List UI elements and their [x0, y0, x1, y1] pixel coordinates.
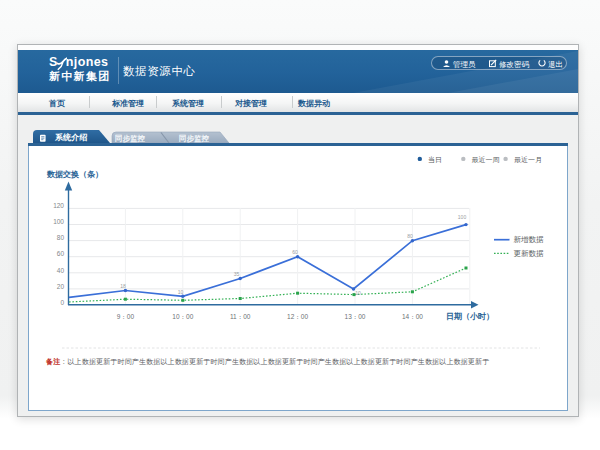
svg-text:100: 100 [458, 214, 467, 220]
svg-text:35: 35 [234, 271, 240, 277]
svg-text:18: 18 [120, 283, 126, 289]
svg-text:10: 10 [178, 289, 184, 295]
svg-text:最近一周: 最近一周 [472, 156, 500, 163]
svg-text:日期（小时）: 日期（小时） [446, 312, 494, 321]
svg-text:11：00: 11：00 [230, 313, 251, 320]
svg-text:最近一月: 最近一月 [514, 156, 542, 164]
svg-text:100: 100 [53, 218, 64, 225]
svg-text:120: 120 [53, 202, 64, 209]
svg-text:同步监控: 同步监控 [179, 134, 210, 143]
svg-text:60: 60 [57, 250, 65, 257]
svg-text:同步监控: 同步监控 [115, 134, 146, 143]
svg-text:10：00: 10：00 [172, 313, 193, 320]
svg-text:0: 0 [60, 299, 64, 306]
svg-text:更新数据: 更新数据 [514, 249, 545, 258]
svg-text:40: 40 [57, 267, 65, 274]
svg-text:80: 80 [407, 233, 413, 239]
svg-text:备注：以上数据更新于时间产生数据以上数据更新于时间产生数据以: 备注：以上数据更新于时间产生数据以上数据更新于时间产生数据以上数据更新于时间产生… [45, 357, 489, 366]
svg-text:数据交换（条）: 数据交换（条） [46, 170, 103, 179]
svg-text:20: 20 [57, 283, 65, 290]
svg-text:12：00: 12：00 [287, 313, 308, 320]
svg-text:60: 60 [292, 249, 298, 255]
svg-text:9：00: 9：00 [117, 313, 135, 320]
svg-text:14：00: 14：00 [402, 313, 423, 320]
svg-text:当日: 当日 [428, 156, 442, 164]
svg-text:13：00: 13：00 [345, 313, 366, 320]
svg-text:80: 80 [57, 234, 65, 241]
svg-text:10: 10 [355, 290, 361, 296]
svg-text:新增数据: 新增数据 [514, 235, 545, 244]
svg-text:系统介绍: 系统介绍 [54, 132, 87, 142]
